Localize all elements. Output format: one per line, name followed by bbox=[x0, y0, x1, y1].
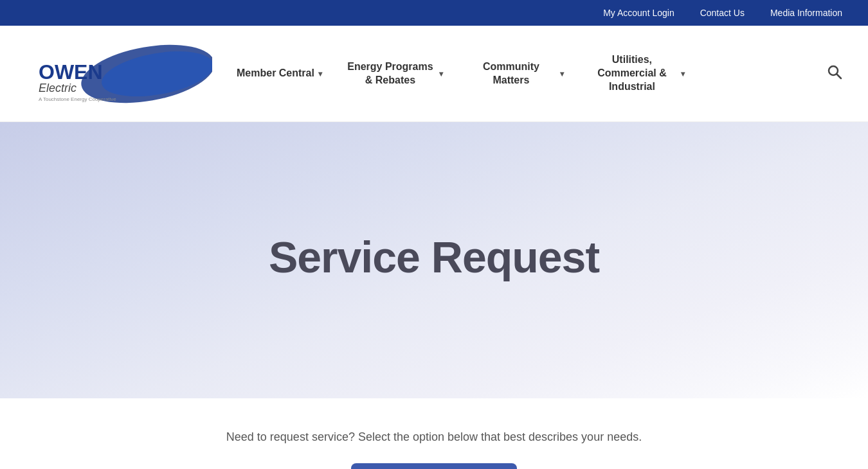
nav-item-community-matters[interactable]: Community Matters ▾ bbox=[455, 26, 575, 122]
header: OWEN Electric A Touchstone Energy Cooper… bbox=[0, 26, 868, 122]
top-bar: My Account Login Contact Us Media Inform… bbox=[0, 0, 868, 26]
owen-electric-logo: OWEN Electric A Touchstone Energy Cooper… bbox=[19, 42, 212, 106]
contact-link[interactable]: Contact Us bbox=[700, 8, 745, 18]
media-link[interactable]: Media Information bbox=[770, 8, 842, 18]
chevron-down-icon: ▾ bbox=[318, 69, 322, 78]
description-text: Need to request service? Select the opti… bbox=[226, 430, 642, 444]
svg-text:Electric: Electric bbox=[39, 82, 77, 94]
nav-item-utilities-commercial[interactable]: Utilities, Commercial & Industrial ▾ bbox=[575, 26, 696, 122]
nav-main: Member Central ▾ Energy Programs & Rebat… bbox=[225, 26, 849, 122]
chevron-down-icon: ▾ bbox=[681, 69, 685, 78]
svg-text:A Touchstone Energy Cooperativ: A Touchstone Energy Cooperative bbox=[39, 96, 116, 102]
svg-line-6 bbox=[837, 74, 842, 78]
hero-section: Service Request bbox=[0, 122, 868, 398]
logo-area[interactable]: OWEN Electric A Touchstone Energy Cooper… bbox=[19, 42, 225, 106]
nav-item-energy-programs[interactable]: Energy Programs & Rebates ▾ bbox=[334, 26, 455, 122]
content-section: Need to request service? Select the opti… bbox=[0, 398, 868, 469]
page-title: Service Request bbox=[269, 232, 599, 282]
svg-text:OWEN: OWEN bbox=[39, 60, 103, 84]
chevron-down-icon: ▾ bbox=[439, 69, 443, 78]
search-icon bbox=[827, 64, 842, 80]
chevron-down-icon: ▾ bbox=[560, 69, 564, 78]
nav-item-member-central[interactable]: Member Central ▾ bbox=[225, 26, 334, 122]
apply-for-service-button[interactable]: Apply for Service bbox=[351, 463, 517, 469]
my-account-link[interactable]: My Account Login bbox=[603, 8, 674, 18]
search-button[interactable] bbox=[820, 58, 849, 90]
